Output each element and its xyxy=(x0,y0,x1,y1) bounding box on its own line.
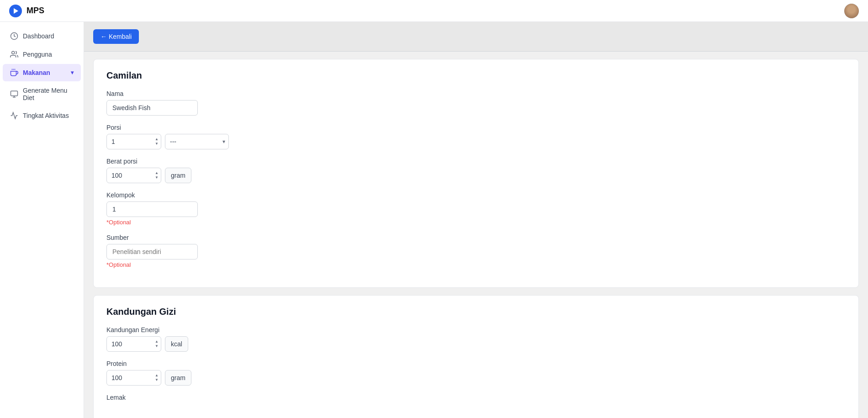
sumber-input[interactable] xyxy=(106,244,198,259)
porsi-unit-select[interactable]: --- xyxy=(165,134,229,149)
porsi-unit-wrap: --- xyxy=(165,134,229,149)
energi-unit: kcal xyxy=(165,336,188,352)
sidebar-label-pengguna: Pengguna xyxy=(23,51,52,58)
lemak-field-group: Lemak xyxy=(106,394,846,401)
dashboard-icon xyxy=(10,32,18,40)
users-icon xyxy=(10,50,18,58)
porsi-field-group: Porsi ▲ ▼ --- xyxy=(106,124,846,149)
nama-label: Nama xyxy=(106,90,846,97)
nama-input[interactable] xyxy=(106,100,198,116)
sidebar-item-tingkat-aktivitas[interactable]: Tingkat Aktivitas xyxy=(3,107,81,124)
sumber-label: Sumber xyxy=(106,234,846,241)
food-icon xyxy=(10,69,18,77)
play-icon xyxy=(9,5,22,17)
energi-spin-up[interactable]: ▲ xyxy=(153,339,160,344)
sumber-field-group: Sumber *Optional xyxy=(106,234,846,268)
sidebar-label-generate-menu-diet: Generate Menu Diet xyxy=(23,87,74,101)
porsi-spin-down[interactable]: ▼ xyxy=(153,142,160,146)
topnav-left: MPS xyxy=(9,5,44,17)
sidebar-item-makanan[interactable]: Makanan ▾ xyxy=(3,64,81,81)
sidebar-label-tingkat-aktivitas: Tingkat Aktivitas xyxy=(23,112,69,119)
sidebar-label-makanan: Makanan xyxy=(23,69,50,76)
protein-spin-up[interactable]: ▲ xyxy=(153,373,160,378)
kelompok-optional: *Optional xyxy=(106,219,846,226)
menu-diet-icon xyxy=(10,90,18,98)
chevron-down-icon: ▾ xyxy=(71,69,74,76)
energi-row: ▲ ▼ kcal xyxy=(106,336,846,352)
porsi-spin-up[interactable]: ▲ xyxy=(153,137,160,142)
berat-porsi-row: ▲ ▼ gram xyxy=(106,168,846,183)
main-content: ← Kembali Camilan Nama Porsi ▲ ▼ xyxy=(84,22,868,418)
sumber-optional: *Optional xyxy=(106,261,846,268)
energi-wrap: ▲ ▼ xyxy=(106,336,161,352)
sidebar-item-generate-menu-diet[interactable]: Generate Menu Diet xyxy=(3,82,81,106)
sidebar-item-dashboard[interactable]: Dashboard xyxy=(3,27,81,45)
protein-field-group: Protein ▲ ▼ gram xyxy=(106,360,846,386)
berat-porsi-unit: gram xyxy=(165,168,191,183)
energi-label: Kandungan Energi xyxy=(106,326,846,333)
berat-porsi-wrap: ▲ ▼ xyxy=(106,168,161,183)
protein-spin-btns: ▲ ▼ xyxy=(153,373,160,382)
energi-spin-down[interactable]: ▼ xyxy=(153,344,160,349)
activity-icon xyxy=(10,111,18,120)
kelompok-label: Kelompok xyxy=(106,191,846,199)
topnav: MPS xyxy=(0,0,868,22)
app-title: MPS xyxy=(26,6,44,16)
sidebar-label-dashboard: Dashboard xyxy=(23,32,54,40)
camilan-title: Camilan xyxy=(106,70,846,81)
sidebar-item-pengguna[interactable]: Pengguna xyxy=(3,46,81,63)
kelompok-field-group: Kelompok *Optional xyxy=(106,191,846,226)
porsi-row: ▲ ▼ --- xyxy=(106,134,846,149)
berat-porsi-label: Berat porsi xyxy=(106,158,846,165)
energi-spin-btns: ▲ ▼ xyxy=(153,339,160,349)
body-layout: Dashboard Pengguna Makanan ▾ xyxy=(0,22,868,418)
avatar[interactable] xyxy=(844,4,859,18)
kandungan-gizi-title: Kandungan Gizi xyxy=(106,307,846,317)
kelompok-input[interactable] xyxy=(106,201,198,217)
berat-porsi-field-group: Berat porsi ▲ ▼ gram xyxy=(106,158,846,183)
nama-field-group: Nama xyxy=(106,90,846,116)
toolbar: ← Kembali xyxy=(84,22,868,52)
berat-porsi-spin-btns: ▲ ▼ xyxy=(153,171,160,180)
kandungan-gizi-section: Kandungan Gizi Kandungan Energi ▲ ▼ kcal xyxy=(93,295,859,418)
svg-point-1 xyxy=(12,51,15,54)
svg-rect-5 xyxy=(11,91,18,96)
porsi-label: Porsi xyxy=(106,124,846,131)
protein-spin-down[interactable]: ▼ xyxy=(153,378,160,382)
camilan-section: Camilan Nama Porsi ▲ ▼ xyxy=(93,59,859,288)
sidebar: Dashboard Pengguna Makanan ▾ xyxy=(0,22,84,418)
energi-field-group: Kandungan Energi ▲ ▼ kcal xyxy=(106,326,846,352)
protein-label: Protein xyxy=(106,360,846,367)
protein-wrap: ▲ ▼ xyxy=(106,370,161,386)
porsi-spin-btns: ▲ ▼ xyxy=(153,137,160,146)
protein-unit: gram xyxy=(165,370,191,386)
berat-porsi-spin-down[interactable]: ▼ xyxy=(153,175,160,180)
lemak-label: Lemak xyxy=(106,394,846,401)
porsi-number-wrap: ▲ ▼ xyxy=(106,134,161,149)
berat-porsi-spin-up[interactable]: ▲ xyxy=(153,171,160,175)
back-button[interactable]: ← Kembali xyxy=(93,29,139,44)
avatar-image xyxy=(844,4,859,18)
protein-row: ▲ ▼ gram xyxy=(106,370,846,386)
